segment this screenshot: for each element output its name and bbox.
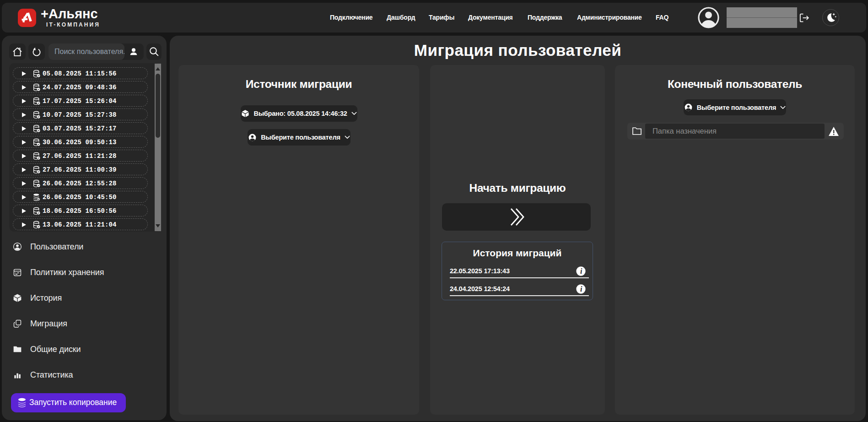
svg-text:i: i	[580, 285, 582, 293]
svg-text:i: i	[580, 267, 582, 275]
